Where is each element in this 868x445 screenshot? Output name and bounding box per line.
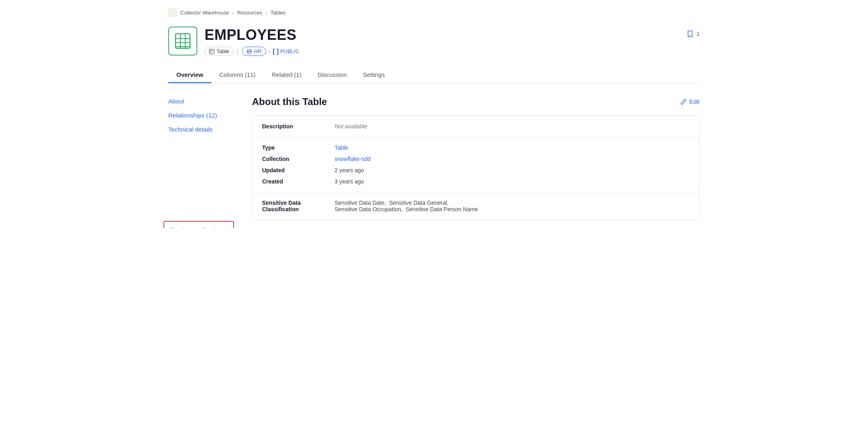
schema-badge[interactable]: HR [242,47,266,56]
side-nav: About Relationships (12) Technical detai… [168,96,233,220]
badge-separator: | [237,47,239,56]
about-section: About this Table Edit Description Not av… [252,96,700,220]
app-icon: 🌿 [168,8,177,17]
breadcrumb-sep-2: › [265,10,267,16]
edit-button[interactable]: Edit [680,98,700,105]
tab-overview[interactable]: Overview [168,67,211,83]
bookmark-icon [686,30,694,38]
annotation-box: View the sensitive data classification o… [163,221,234,228]
detail-row-metadata: Type Table Collection snowflake-sdd Upda… [252,137,699,192]
nav-technical-details[interactable]: Technical details [168,126,233,133]
svg-rect-0 [168,8,177,17]
about-header: About this Table Edit [252,96,700,107]
tab-discussion[interactable]: Discussion [310,67,355,83]
namespace-label: PUBLIC [280,48,299,54]
about-title: About this Table [252,96,327,107]
tab-columns[interactable]: Columns (11) [211,67,264,83]
details-card: Description Not available Type Table Col… [252,115,700,220]
schema-badge-icon [246,49,252,54]
annotation-text: View the sensitive data classification o… [169,227,223,228]
resource-badges: Table | HR › [ ] PUBLIC [205,47,299,56]
nav-about[interactable]: About [168,98,233,105]
value-created: 3 years ago [335,178,364,185]
main-content: About Relationships (12) Technical detai… [168,96,700,220]
breadcrumb-sep-1: › [232,10,234,16]
resource-header: EMPLOYEES Table | [168,27,700,56]
label-description: Description [262,123,318,130]
edit-label: Edit [689,98,700,105]
bookmark-count: 1 [696,31,700,37]
namespace-badge[interactable]: [ ] PUBLIC [273,48,299,55]
edit-icon [680,99,687,105]
label-type: Type [262,144,318,151]
value-description: Not available [335,123,690,130]
svg-point-11 [247,49,251,51]
breadcrumb-app[interactable]: Collector Warehouse [180,10,229,16]
resource-title: EMPLOYEES [205,27,299,43]
svg-rect-2 [176,34,190,48]
value-collection[interactable]: snowflake-sdd [335,156,371,162]
schema-badge-label: HR [254,48,262,54]
nav-relationships[interactable]: Relationships (12) [168,112,233,119]
type-badge-label: Table [217,48,229,54]
breadcrumb-resources[interactable]: Resources [237,10,262,16]
value-sensitive: Sensitive Data Date, Sensitive Data Gene… [335,200,690,212]
tabs: Overview Columns (11) Related (1) Discus… [168,67,700,83]
table-badge-icon [209,49,215,54]
detail-row-description: Description Not available [252,116,699,137]
tab-related[interactable]: Related (1) [264,67,310,83]
breadcrumb: 🌿 Collector Warehouse › Resources › Tabl… [168,8,700,17]
label-created: Created [262,178,318,185]
svg-rect-8 [209,49,214,54]
label-sensitive: Sensitive DataClassification [262,200,318,212]
breadcrumb-tables[interactable]: Tables [271,10,286,16]
value-type[interactable]: Table [335,144,348,151]
bookmark-area[interactable]: 1 [686,30,700,38]
label-updated: Updated [262,167,318,173]
label-collection: Collection [262,156,318,162]
resource-icon [168,27,197,56]
type-badge[interactable]: Table [205,47,234,56]
tab-settings[interactable]: Settings [355,67,393,83]
detail-row-sensitive: Sensitive DataClassification Sensitive D… [252,192,699,220]
schema-chevron: › [269,48,271,55]
value-updated: 2 years ago [335,167,364,173]
